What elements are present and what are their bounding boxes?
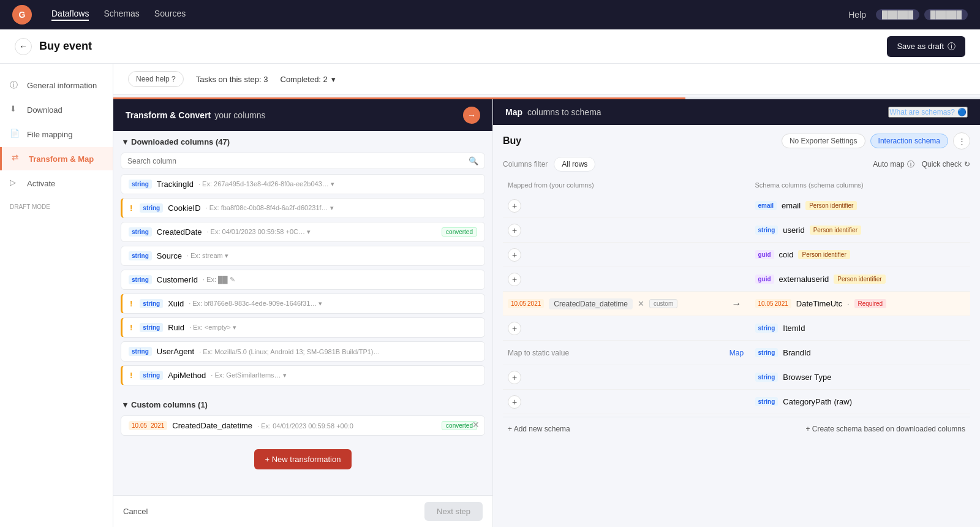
- add-mapping-button-externaluserid[interactable]: +: [508, 273, 521, 286]
- downloaded-section-header[interactable]: ▾ Downloaded columns (47): [121, 131, 485, 153]
- schema-name: Buy: [503, 135, 521, 146]
- nav-sources[interactable]: Sources: [154, 9, 186, 21]
- chevron-down-icon: ▾: [331, 75, 336, 84]
- add-mapping-button-coid[interactable]: +: [508, 248, 521, 262]
- column-row-apimethod: ! string ApiMethod · Ex: GetSimilarItems…: [121, 365, 485, 385]
- close-icon[interactable]: ✕: [472, 420, 480, 430]
- sidebar: ⓘ General information ⬇ Download 📄 File …: [0, 64, 113, 527]
- sidebar-item-file-mapping[interactable]: 📄 File mapping: [0, 123, 113, 146]
- sidebar-item-transform[interactable]: ⇄ Transform & Map: [0, 147, 113, 170]
- mapping-row-datetimeutc: 10.05 2021 CreatedDate_datetime ✕ custom…: [503, 292, 970, 316]
- more-options-button[interactable]: ⋮: [953, 132, 970, 150]
- sidebar-label-activate: Activate: [27, 179, 55, 188]
- transform-title-bold: Transform & Convert: [126, 110, 211, 120]
- auto-map-button[interactable]: Auto map ⓘ: [873, 159, 914, 170]
- mapping-left-itemid: +: [508, 322, 718, 335]
- search-bar: 🔍: [121, 153, 485, 169]
- type-badge: string: [129, 251, 152, 260]
- search-input[interactable]: [127, 157, 464, 165]
- person-id-badge: Person identifier: [834, 275, 885, 284]
- sidebar-item-download[interactable]: ⬇ Download: [0, 98, 113, 121]
- mapping-left-email: +: [508, 199, 718, 213]
- nav-schemas[interactable]: Schemas: [104, 9, 139, 21]
- person-id-badge: Person identifier: [798, 250, 850, 259]
- add-mapping-button-email[interactable]: +: [508, 199, 521, 213]
- quick-check-button[interactable]: Quick check ↻: [922, 159, 970, 170]
- need-help-button[interactable]: Need help ?: [128, 71, 184, 87]
- mapping-row-userid: + string userid Person identifier: [503, 218, 970, 243]
- interaction-schema-button[interactable]: Interaction schema: [870, 134, 948, 148]
- type-badge: string: [129, 180, 152, 189]
- info-icon: ⓘ: [907, 159, 914, 170]
- info-icon: ⓘ: [10, 80, 21, 91]
- user-area: ██████ ██████: [876, 9, 968, 20]
- date-badge: 10.05 2021: [129, 421, 167, 430]
- mapping-row-itemid: + string ItemId: [503, 316, 970, 341]
- add-mapping-button-userid[interactable]: +: [508, 224, 521, 237]
- type-badge: string: [755, 324, 778, 333]
- arrow-icon: →: [732, 298, 742, 309]
- save-draft-button[interactable]: Save as draft ⓘ: [887, 36, 965, 57]
- tasks-text: Tasks on this step: 3: [196, 75, 268, 84]
- map-link[interactable]: Map: [729, 349, 744, 357]
- col-name: Source: [157, 251, 182, 260]
- mapping-right-externaluserid: guid externaluserid Person identifier: [755, 275, 966, 284]
- completed-badge[interactable]: Completed: 2 ▾: [281, 75, 336, 84]
- new-transformation-button[interactable]: + New transformation: [254, 449, 352, 469]
- all-rows-button[interactable]: All rows: [554, 157, 595, 172]
- mapping-left-externaluserid: +: [508, 273, 718, 286]
- map-panel: Map columns to schema What are schemas? …: [493, 99, 980, 527]
- mapping-right-itemid: string ItemId: [755, 324, 966, 333]
- refresh-icon: ↻: [964, 160, 970, 169]
- create-schema-button[interactable]: + Create schema based on downloaded colu…: [806, 425, 966, 433]
- mapped-source-value: CreatedDate_datetime: [549, 298, 633, 309]
- col-example: · Ex: bf8766e8-983c-4ede-909e-1646f31… ▾: [189, 300, 477, 308]
- type-badge: string: [755, 226, 778, 235]
- type-badge: string: [129, 227, 152, 237]
- no-exporter-button[interactable]: No Exporter Settings: [782, 134, 865, 148]
- help-link[interactable]: Help: [848, 10, 866, 20]
- sidebar-item-activate[interactable]: ▷ Activate: [0, 172, 113, 195]
- field-name: ItemId: [783, 324, 805, 333]
- top-navigation: G Dataflows Schemas Sources Help ██████ …: [0, 0, 980, 29]
- add-mapping-button-itemid[interactable]: +: [508, 322, 521, 335]
- transform-arrow-icon: →: [463, 107, 480, 124]
- mapping-right-userid: string userid Person identifier: [755, 226, 966, 235]
- cancel-button[interactable]: Cancel: [123, 507, 148, 516]
- col-example: · Ex: 04/01/2023 00:59:58 +00:0: [257, 422, 437, 430]
- warning-icon: !: [130, 203, 132, 213]
- map-header-left: Map columns to schema: [505, 107, 601, 117]
- collapse-icon: ▾: [123, 137, 127, 146]
- remove-mapping-icon[interactable]: ✕: [638, 299, 644, 308]
- back-button[interactable]: ←: [15, 38, 32, 55]
- page-title: Buy event: [39, 40, 92, 53]
- map-to-static-text[interactable]: Map to static value: [508, 349, 569, 357]
- mapping-left-browser-type: +: [508, 371, 718, 384]
- type-badge: string: [140, 299, 163, 308]
- warning-icon: !: [130, 323, 132, 332]
- converted-badge: converted: [442, 227, 477, 237]
- file-icon: 📄: [10, 129, 21, 140]
- sidebar-item-general[interactable]: ⓘ General information: [0, 74, 113, 97]
- col-example: · Ex: GetSimilarItems… ▾: [211, 371, 477, 379]
- add-mapping-button-browser-type[interactable]: +: [508, 371, 521, 384]
- person-id-badge: Person identifier: [810, 226, 861, 235]
- what-are-schemas-button[interactable]: What are schemas? 🔵: [888, 107, 968, 118]
- mapping-right-email: email email Person identifier: [755, 201, 966, 210]
- top-right-area: Help ██████ ██████: [848, 9, 968, 20]
- mapping-row-browser-type: + string Browser Type: [503, 365, 970, 390]
- schema-columns-label: Schema columns (schema columns): [755, 181, 966, 189]
- schema-controls: No Exporter Settings Interaction schema …: [782, 132, 970, 150]
- nav-dataflows[interactable]: Dataflows: [51, 9, 89, 21]
- columns-filter-bar: Columns filter All rows Auto map ⓘ Quick…: [503, 157, 970, 172]
- next-step-button: Next step: [424, 502, 483, 521]
- custom-columns-header[interactable]: ▾ Custom columns (1): [121, 394, 485, 415]
- panels-container: Transform & Convert your columns → ▾ Dow…: [113, 99, 980, 527]
- add-new-schema-button[interactable]: + Add new schema: [508, 425, 570, 433]
- schema-content: Buy No Exporter Settings Interaction sch…: [493, 125, 980, 527]
- add-mapping-button-categorypath[interactable]: +: [508, 395, 521, 409]
- column-row-source: string Source · Ex: stream ▾: [121, 246, 485, 266]
- filter-area: Columns filter All rows: [503, 157, 595, 172]
- col-name: CustomerId: [157, 275, 198, 284]
- add-schema-bar: + Add new schema + Create schema based o…: [503, 417, 970, 441]
